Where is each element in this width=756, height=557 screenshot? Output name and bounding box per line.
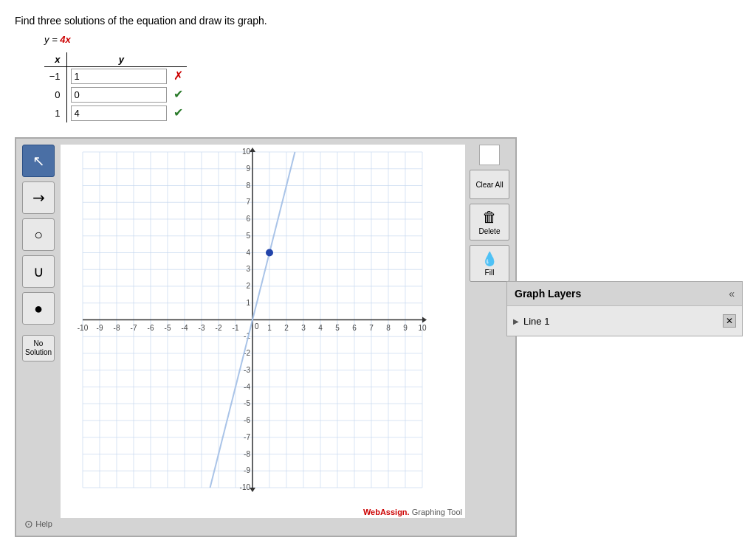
- correct-icon-2: ✔: [173, 88, 183, 100]
- delete-button[interactable]: 🗑 Delete: [470, 204, 509, 241]
- graph-layers-title: Graph Layers: [515, 288, 581, 300]
- graph-area[interactable]: WebAssign. Graphing Tool: [61, 145, 465, 518]
- graph-canvas[interactable]: [61, 145, 430, 506]
- arrow-icon: ↖: [32, 152, 45, 170]
- webassign-label: WebAssign.: [363, 508, 410, 516]
- no-solution-button[interactable]: NoSolution: [22, 335, 55, 361]
- y-input-2[interactable]: [71, 87, 167, 103]
- layer-label: Line 1: [523, 316, 549, 327]
- y-cell-2: ✔: [66, 86, 187, 104]
- parabola-tool[interactable]: ∪: [22, 255, 55, 288]
- line-tool[interactable]: ↗: [22, 181, 55, 214]
- graphing-tool-label: Graphing Tool: [412, 508, 462, 516]
- line-icon: ↗: [28, 187, 49, 209]
- table-row: 1 ✔: [44, 104, 187, 122]
- problem-instruction: Find three solutions of the equation and…: [15, 15, 741, 27]
- layer-arrow-icon: ▶: [513, 317, 519, 325]
- clear-all-button[interactable]: Clear All: [470, 170, 509, 199]
- help-button[interactable]: ⊙ Help: [24, 518, 52, 530]
- equation: y = 4x: [44, 34, 741, 45]
- equation-rhs: 4x: [60, 34, 70, 45]
- help-label: Help: [35, 519, 52, 528]
- graphing-wrapper: ↖ ↗ ○ ∪ ● NoSolution ⊙ Help: [15, 137, 517, 537]
- point-icon: ●: [34, 300, 43, 317]
- equation-y: y: [44, 34, 49, 45]
- graph-layers-header: Graph Layers «: [507, 282, 742, 306]
- fill-icon: 💧: [481, 251, 498, 267]
- collapse-button[interactable]: «: [729, 288, 735, 300]
- y-cell-3: ✔: [66, 104, 187, 122]
- point-tool[interactable]: ●: [22, 292, 55, 325]
- layer-close-button[interactable]: ✕: [723, 314, 736, 328]
- arrow-tool[interactable]: ↖: [22, 145, 55, 177]
- delete-label: Delete: [479, 227, 501, 235]
- parabola-icon: ∪: [33, 263, 44, 280]
- color-swatch: [479, 145, 500, 165]
- solution-table-container: x y −1 ✗ 0 ✔ 1: [44, 52, 741, 122]
- fill-button[interactable]: 💧 Fill: [470, 245, 509, 282]
- circle-icon: ○: [34, 226, 43, 243]
- col-header-y: y: [66, 52, 187, 67]
- tools-panel: ↖ ↗ ○ ∪ ● NoSolution ⊙ Help: [22, 145, 55, 530]
- clear-all-label: Clear All: [475, 181, 503, 189]
- x-value-1: −1: [44, 67, 66, 86]
- y-cell-1: ✗: [66, 67, 187, 86]
- side-controls: Clear All 🗑 Delete 💧 Fill: [470, 145, 509, 282]
- col-header-x: x: [44, 52, 66, 67]
- y-input-1[interactable]: [71, 69, 167, 84]
- no-solution-label: NoSolution: [25, 339, 52, 356]
- help-icon: ⊙: [24, 518, 33, 530]
- circle-tool[interactable]: ○: [22, 218, 55, 251]
- graph-footer: WebAssign. Graphing Tool: [61, 506, 465, 518]
- y-input-3[interactable]: [71, 105, 167, 121]
- wrong-icon-1: ✗: [173, 69, 183, 82]
- graph-layers-body: ▶ Line 1 ✕: [507, 306, 742, 336]
- table-row: −1 ✗: [44, 67, 187, 86]
- trash-icon: 🗑: [482, 209, 497, 226]
- x-value-2: 0: [44, 86, 66, 104]
- correct-icon-3: ✔: [173, 106, 183, 119]
- layer-item-1: ▶ Line 1: [513, 316, 549, 327]
- x-value-3: 1: [44, 104, 66, 122]
- fill-label: Fill: [485, 269, 495, 277]
- table-row: 0 ✔: [44, 86, 187, 104]
- graph-layers-panel: Graph Layers « ▶ Line 1 ✕: [506, 281, 743, 336]
- solution-table: x y −1 ✗ 0 ✔ 1: [44, 52, 187, 122]
